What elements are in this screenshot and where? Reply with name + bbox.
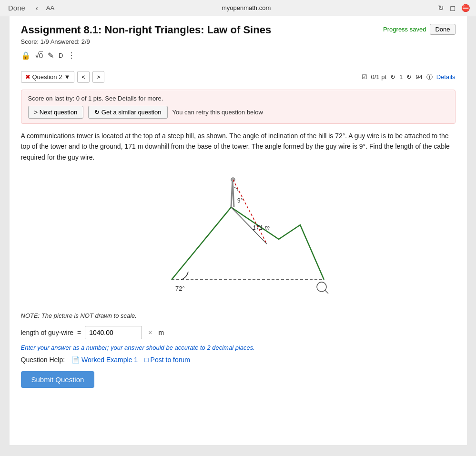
post-forum-label: Post to forum: [151, 356, 190, 364]
diagram-svg: 171 m 72° 9°: [143, 170, 334, 308]
url-bar[interactable]: myopenmath.com: [60, 4, 432, 11]
post-forum-link[interactable]: □ Post to forum: [144, 356, 190, 364]
unit-label: m: [158, 329, 164, 336]
equals-sign: =: [77, 329, 81, 336]
worked-example-label: Worked Example 1: [81, 356, 138, 364]
score-btn-row: > Next question ↻ Get a similar question…: [28, 106, 448, 119]
toolbar-row: 🔒 √0 ✎ D ⋮: [21, 51, 456, 60]
calculator-icon[interactable]: D: [59, 52, 63, 59]
attempts-icon: ↻: [406, 73, 412, 81]
next-question-button[interactable]: >: [92, 71, 105, 83]
worked-example-link[interactable]: 📄 Worked Example 1: [71, 356, 138, 364]
note-text: NOTE: The picture is NOT drawn to scale.: [21, 312, 456, 319]
forum-icon: □: [144, 356, 148, 364]
points-label: 0/1 pt: [371, 73, 387, 81]
pencil-icon[interactable]: ✎: [48, 51, 54, 60]
lock-icon[interactable]: 🔒: [21, 51, 30, 60]
svg-text:9°: 9°: [237, 197, 243, 204]
sqrt-icon[interactable]: √0: [35, 51, 43, 60]
done-button[interactable]: Done: [430, 24, 455, 35]
similar-question-button[interactable]: ↻ Get a similar question: [88, 106, 167, 119]
divider-1: [21, 66, 456, 66]
retry-count: 1: [399, 73, 403, 81]
x-icon: ✖: [25, 73, 30, 81]
hint-text: Enter your answer as a number; your answ…: [21, 344, 456, 351]
svg-line-2: [233, 180, 234, 207]
question-info: ☑ 0/1 pt ↻ 1 ↻ 94 ⓘ Details: [362, 73, 456, 81]
browser-bar: Done ‹ AA myopenmath.com ↻ ◻ ⛔: [0, 0, 476, 16]
diagram-container: 171 m 72° 9°: [21, 170, 456, 308]
next-question-button[interactable]: > Next question: [28, 106, 84, 119]
answer-label: length of guy-wire: [21, 329, 74, 336]
submit-button[interactable]: Submit Question: [21, 371, 95, 388]
retry-icon: ↻: [390, 73, 395, 81]
score-text: Score on last try: 0 of 1 pts. See Detai…: [28, 95, 448, 102]
answer-input[interactable]: [85, 326, 142, 339]
back-button[interactable]: Done: [6, 3, 28, 13]
svg-text:171 m: 171 m: [253, 224, 270, 231]
progress-saved-label: Progress saved: [383, 26, 426, 33]
menu-icon[interactable]: ⋮: [68, 51, 75, 60]
document-icon: 📄: [71, 356, 80, 364]
answer-row: length of guy-wire = × m: [21, 326, 456, 339]
svg-text:72°: 72°: [175, 285, 185, 292]
details-label[interactable]: Details: [436, 73, 456, 81]
question-label: Question 2: [32, 73, 62, 81]
dropdown-arrow-icon[interactable]: ▼: [64, 73, 70, 81]
check-icon: ☑: [362, 73, 367, 81]
question-selector[interactable]: ✖ Question 2 ▼: [21, 71, 75, 83]
prev-question-button[interactable]: <: [77, 71, 90, 83]
info-icon[interactable]: ⓘ: [426, 73, 433, 81]
header-right: Progress saved Done: [383, 24, 455, 35]
share-icon[interactable]: ◻: [450, 4, 456, 12]
font-size-control[interactable]: AA: [46, 4, 54, 11]
question-nav: ✖ Question 2 ▼ < > ☑ 0/1 pt ↻ 1 ↻ 94 ⓘ D…: [21, 71, 456, 83]
question-help: Question Help: 📄 Worked Example 1 □ Post…: [21, 356, 456, 364]
score-box: Score on last try: 0 of 1 pts. See Detai…: [21, 90, 456, 124]
block-icon[interactable]: ⛔: [461, 4, 470, 12]
score-line: Score: 1/9 Answered: 2/9: [21, 38, 272, 45]
clear-button[interactable]: ×: [146, 328, 154, 337]
svg-line-10: [325, 290, 328, 294]
page-wrapper: Assignment 8.1: Non-right Triangles: Law…: [10, 16, 467, 445]
attempts-count: 94: [415, 73, 422, 81]
forward-chevron[interactable]: ‹: [33, 3, 41, 13]
retry-text: You can retry this question below: [172, 109, 263, 116]
refresh-icon[interactable]: ↻: [438, 4, 444, 12]
problem-text: A communications tower is located at the…: [21, 131, 456, 162]
question-help-label: Question Help:: [21, 356, 65, 364]
assignment-title: Assignment 8.1: Non-right Triangles: Law…: [21, 24, 272, 36]
